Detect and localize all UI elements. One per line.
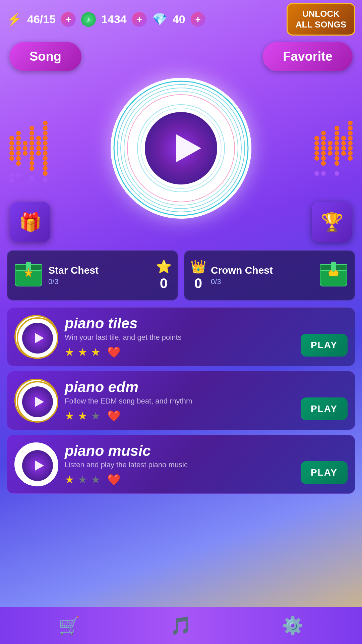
star-empty: ★: [91, 473, 101, 486]
svg-point-14: [23, 151, 27, 156]
crown-chest-card[interactable]: 👑 0 Crown Chest 0/3: [184, 250, 355, 301]
star-chest-star-icon: ⭐: [156, 259, 172, 274]
svg-point-30: [43, 136, 48, 141]
gift-button[interactable]: 🎁: [10, 202, 50, 242]
svg-point-80: [321, 171, 326, 176]
unlock-all-songs-button[interactable]: UNLOCK ALL SONGS: [287, 3, 355, 35]
song-vinyl-0[interactable]: [14, 315, 58, 359]
svg-point-56: [328, 146, 333, 151]
svg-point-55: [321, 161, 326, 166]
star-filled: ★: [65, 410, 74, 422]
heart-icon-2[interactable]: ❤️: [107, 473, 121, 486]
play-button-1[interactable]: PLAY: [301, 397, 348, 420]
svg-point-22: [29, 161, 34, 166]
svg-point-10: [16, 156, 21, 161]
svg-point-3: [9, 151, 14, 156]
settings-nav-button[interactable]: ⚙️: [282, 615, 304, 636]
crown-chest-count: 0: [194, 275, 202, 291]
svg-point-43: [43, 178, 48, 182]
svg-point-35: [43, 156, 48, 161]
svg-point-33: [43, 121, 48, 125]
vinyl-area: // Will be rendered by template below: [0, 74, 362, 222]
floating-buttons: 🎁 🏆: [0, 202, 362, 242]
star-filled: ★: [91, 346, 101, 359]
song-tab-button[interactable]: Song: [9, 42, 81, 71]
heart-icon-1[interactable]: ❤️: [107, 410, 121, 422]
svg-point-79: [314, 171, 319, 176]
crown-chest-info: Crown Chest 0/3: [211, 265, 314, 286]
svg-point-34: [43, 151, 48, 156]
star-chest-card[interactable]: Star Chest 0/3 ⭐ 0: [7, 250, 178, 301]
svg-point-63: [335, 126, 339, 130]
play-button-0[interactable]: PLAY: [301, 334, 348, 357]
svg-point-28: [43, 146, 48, 151]
energy-add-button[interactable]: +: [61, 12, 76, 27]
gems-add-button[interactable]: +: [191, 12, 205, 27]
shop-nav-button[interactable]: 🛒: [58, 615, 80, 636]
svg-point-45: [314, 141, 319, 146]
svg-point-8: [16, 131, 21, 136]
song-list: piano tiles Win your last tile, and get …: [7, 307, 355, 494]
eq-right: [288, 74, 355, 222]
svg-point-23: [29, 166, 34, 171]
star-filled: ★: [78, 346, 87, 359]
svg-point-59: [335, 146, 339, 151]
top-bar: ⚡ 46/15 + ♪ 1434 + 💎 40 + UNLOCK ALL SON…: [0, 0, 362, 39]
coins-add-button[interactable]: +: [132, 12, 147, 27]
song-desc-2: Listen and play the latest piano music: [65, 461, 294, 469]
song-title-1: piano edm: [65, 379, 294, 395]
svg-point-26: [36, 136, 41, 141]
svg-point-41: [16, 173, 21, 177]
svg-point-40: [9, 178, 14, 182]
song-info-2: piano music Listen and play the latest p…: [65, 442, 294, 486]
svg-point-48: [314, 156, 319, 161]
svg-point-51: [321, 136, 326, 141]
svg-point-69: [341, 136, 346, 141]
svg-point-16: [29, 141, 34, 146]
svg-point-32: [43, 126, 48, 130]
svg-point-53: [321, 151, 326, 156]
svg-point-64: [335, 151, 339, 156]
song-vinyl-2[interactable]: [14, 442, 58, 486]
coin-icon: ♪: [81, 12, 96, 27]
star-filled: ★: [65, 473, 74, 486]
svg-point-68: [341, 141, 346, 146]
svg-point-76: [348, 121, 353, 125]
song-meta-0: ★★★ ❤️: [65, 346, 294, 359]
svg-point-9: [16, 151, 21, 156]
svg-point-15: [29, 146, 34, 151]
svg-point-11: [16, 161, 21, 166]
svg-point-74: [348, 131, 353, 136]
svg-point-39: [9, 173, 14, 177]
svg-point-36: [43, 161, 48, 166]
svg-point-49: [321, 146, 326, 151]
svg-point-13: [23, 141, 27, 146]
svg-point-50: [321, 141, 326, 146]
main-vinyl[interactable]: [111, 78, 251, 219]
svg-point-75: [348, 126, 353, 130]
svg-point-65: [335, 156, 339, 161]
svg-point-38: [43, 171, 48, 176]
svg-point-21: [29, 156, 34, 161]
svg-point-58: [328, 151, 333, 156]
gems-stat: 40: [173, 13, 185, 26]
gear-icon: ⚙️: [282, 615, 304, 636]
trophy-button[interactable]: 🏆: [312, 202, 352, 242]
svg-point-67: [341, 146, 346, 151]
song-card-0: piano tiles Win your last tile, and get …: [7, 307, 355, 366]
heart-icon-0[interactable]: ❤️: [107, 346, 121, 359]
svg-point-24: [36, 146, 41, 151]
nav-row: Song Favorite: [0, 42, 362, 71]
svg-point-71: [348, 146, 353, 151]
favorite-tab-button[interactable]: Favorite: [263, 42, 353, 71]
play-button-2[interactable]: PLAY: [301, 461, 348, 484]
coins-stat: 1434: [101, 13, 127, 26]
energy-stat: 46/15: [27, 13, 56, 26]
music-nav-button[interactable]: 🎵: [170, 615, 192, 636]
svg-point-6: [16, 141, 21, 146]
song-vinyl-1[interactable]: [14, 379, 58, 422]
svg-point-78: [348, 156, 353, 161]
svg-point-18: [29, 131, 34, 136]
svg-point-5: [16, 146, 21, 151]
svg-point-20: [29, 151, 34, 156]
